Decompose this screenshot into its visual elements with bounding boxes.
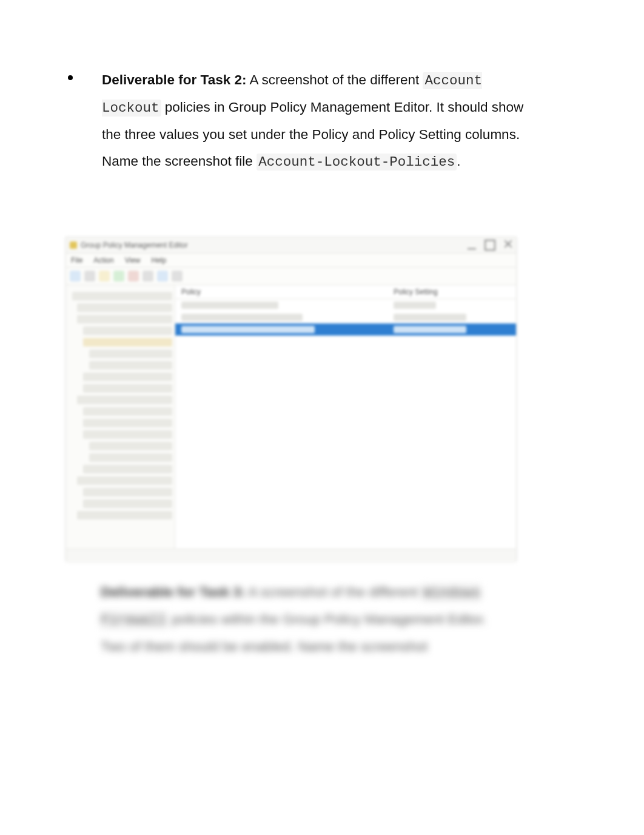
tree-node bbox=[83, 373, 172, 381]
toolbar-icon bbox=[143, 271, 153, 282]
tree-node bbox=[83, 384, 172, 393]
cell-placeholder bbox=[394, 314, 466, 321]
cell-placeholder bbox=[181, 314, 303, 321]
toolbar-icon bbox=[157, 271, 168, 282]
toolbar-icon bbox=[70, 271, 81, 282]
cell-placeholder bbox=[394, 326, 466, 333]
maximize-icon bbox=[485, 240, 495, 251]
minimize-icon bbox=[468, 240, 476, 249]
task2-text: Deliverable for Task 2: A screenshot of … bbox=[102, 67, 531, 175]
toolbar-icon bbox=[128, 271, 139, 282]
list-row bbox=[175, 299, 516, 311]
tree-node bbox=[77, 476, 172, 485]
tree-node bbox=[77, 511, 172, 519]
tree-node bbox=[77, 396, 172, 404]
window-buttons bbox=[468, 240, 512, 251]
task3-blurred-paragraph: Deliverable for Task 3: A screenshot of … bbox=[101, 579, 513, 660]
toolbar-icon bbox=[99, 271, 110, 282]
tree-node bbox=[83, 326, 172, 335]
tree-node bbox=[83, 419, 172, 427]
task2-text-a: A screenshot of the different bbox=[246, 72, 423, 87]
tree-node bbox=[89, 453, 172, 462]
tree-node bbox=[83, 338, 172, 347]
policy-list: Policy Policy Setting bbox=[175, 285, 516, 549]
nav-tree bbox=[66, 285, 175, 549]
toolbar-icon bbox=[84, 271, 95, 282]
list-row bbox=[175, 311, 516, 323]
task2-text-c: . bbox=[457, 154, 460, 169]
window-title: Group Policy Management Editor bbox=[81, 241, 188, 249]
task2-code-b: Account-Lockout-Policies bbox=[257, 154, 457, 171]
tree-node bbox=[83, 488, 172, 496]
tree-node bbox=[83, 430, 172, 439]
window-icon bbox=[70, 242, 77, 249]
column-setting: Policy Setting bbox=[387, 288, 516, 296]
menu-view: View bbox=[125, 256, 141, 265]
close-icon bbox=[504, 240, 512, 248]
menu-help: Help bbox=[152, 256, 167, 265]
toolbar-icon bbox=[172, 271, 183, 282]
toolbar bbox=[66, 268, 516, 285]
tree-node bbox=[77, 315, 172, 323]
tree-node bbox=[89, 442, 172, 450]
tree-node bbox=[83, 407, 172, 416]
cell-placeholder bbox=[181, 302, 278, 309]
task3-text-a: A screenshot of the different bbox=[245, 584, 421, 600]
task3-label: Deliverable for Task 3: bbox=[101, 584, 245, 600]
menubar: File Action View Help bbox=[66, 254, 516, 268]
list-row-selected bbox=[175, 323, 516, 336]
window-titlebar: Group Policy Management Editor bbox=[66, 237, 516, 254]
bullet-icon bbox=[68, 75, 73, 80]
cell-placeholder bbox=[181, 326, 315, 333]
menu-action: Action bbox=[93, 256, 113, 265]
menu-file: File bbox=[71, 256, 82, 265]
task2-label: Deliverable for Task 2: bbox=[102, 72, 246, 87]
column-policy: Policy bbox=[175, 288, 387, 296]
tree-node bbox=[89, 350, 172, 358]
status-bar bbox=[66, 549, 516, 563]
gpme-screenshot-blurred: Group Policy Management Editor File Acti… bbox=[65, 237, 517, 561]
cell-placeholder bbox=[394, 302, 436, 309]
tree-node bbox=[89, 361, 172, 370]
tree-node bbox=[77, 303, 172, 312]
list-header: Policy Policy Setting bbox=[175, 285, 516, 299]
tree-node bbox=[83, 499, 172, 508]
tree-node bbox=[72, 292, 172, 300]
toolbar-icon bbox=[113, 271, 124, 282]
task2-bullet-item: Deliverable for Task 2: A screenshot of … bbox=[82, 67, 531, 175]
tree-node bbox=[83, 465, 172, 473]
